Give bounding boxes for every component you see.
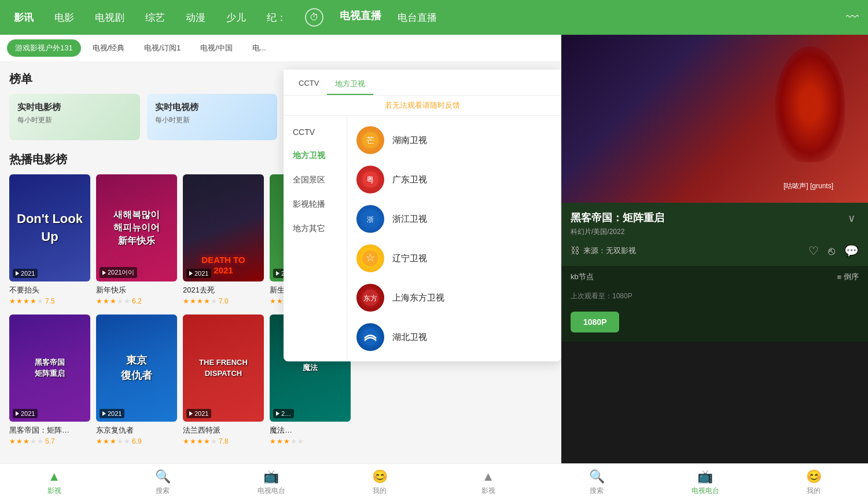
kb-node-label[interactable]: kb节点 [571, 272, 594, 282]
left-content: 游戏影视户外131 电视/经典 电视/订阅1 电视/中国 电... 榜单 分类 … [0, 35, 561, 463]
movie-rating-4: ★★★★★ 5.7 [9, 437, 90, 445]
mine-icon: 😊 [372, 469, 388, 484]
movie-card-1[interactable]: 새해복많이해피뉴이어新年快乐 2021어이 新年快乐 ★★★★★ 6.2 [96, 174, 177, 305]
video-figure [775, 46, 845, 162]
dropdown-channel-list: 芒 湖南卫视 粤 广东卫视 浙 [347, 116, 561, 361]
tv-label: 电视电台 [258, 486, 285, 496]
movie-poster-2: DEATH TO2021 [183, 174, 264, 281]
expand-button[interactable]: ∨ [844, 211, 859, 226]
dropdown-sidebar-rotation[interactable]: 影视轮播 [284, 192, 347, 217]
source-label: 来源：无双影视 [583, 246, 636, 256]
channel-item-liaoning[interactable]: ☆ 辽宁卫视 [347, 239, 561, 278]
nav-item-dianying[interactable]: 电影 [50, 9, 79, 27]
bottom-nav-mine2[interactable]: 😊 我的 [760, 467, 869, 498]
channel-logo-shanghai: 东方 [356, 284, 384, 312]
dropdown-sidebar: CCTV 地方卫视 全国景区 影视轮播 地方其它 [284, 116, 347, 361]
tv2-label: 电视电台 [692, 486, 719, 496]
movie-info-title: 黑客帝国：矩阵重启 [571, 211, 664, 225]
channel-name-guangdong: 广东卫视 [392, 174, 427, 185]
movie-rating-2: ★★★★★ 7.0 [183, 297, 264, 305]
top-navigation: 影讯 电影 电视剧 综艺 动漫 少儿 纪： ⏱ 电视直播 电台直播 〰 [0, 0, 868, 35]
channel-tab-game[interactable]: 游戏影视户外131 [7, 39, 81, 57]
nav-item-dianshiju[interactable]: 电视剧 [90, 9, 129, 27]
dropdown-sidebar-other[interactable]: 地方其它 [284, 217, 347, 241]
channel-item-hunan[interactable]: 芒 湖南卫视 [347, 120, 561, 160]
movie-year-2: 2021 [186, 269, 211, 278]
tv-live-item[interactable]: 电视直播 [340, 9, 381, 27]
bottom-nav-tv2[interactable]: 📺 电视电台 [651, 467, 760, 498]
bangdan-card-1-sub: 每小时更新 [155, 115, 270, 125]
bottom-nav-search[interactable]: 🔍 搜索 [109, 467, 218, 498]
movies-icon: ▲ [48, 469, 61, 484]
movie-card-5[interactable]: 東京復仇者 2021 东京复仇者 ★★★★★ 6.9 [96, 315, 177, 445]
search2-icon: 🔍 [589, 469, 605, 484]
nav-item-yingxun[interactable]: 影讯 [9, 9, 38, 27]
channel-item-zhejiang[interactable]: 浙 浙江卫视 [347, 199, 561, 239]
radio-live-item[interactable]: 电台直播 [393, 9, 442, 27]
right-panel: [咕哝声] [grunts] 黑客帝国：矩阵重启 科幻片/美国/2022 ∨ ⛓… [561, 35, 868, 463]
svg-text:浙: 浙 [367, 215, 374, 224]
video-player[interactable]: [咕哝声] [grunts] [561, 35, 868, 203]
channel-logo-zhejiang: 浙 [356, 205, 384, 233]
movie-title-6: 法兰西特派 [183, 425, 264, 436]
nav-item-zongyi[interactable]: 综艺 [141, 9, 170, 27]
movie-info-actions: ⛓ 来源：无双影视 ♡ ⎋ 💬 [571, 244, 859, 258]
svg-text:☆: ☆ [366, 252, 375, 264]
quality-1080p[interactable]: 1080P [571, 312, 619, 332]
dropdown-sidebar-cctv[interactable]: CCTV [284, 120, 347, 144]
video-subtitle: [咕哝声] [grunts] [784, 181, 833, 191]
movie-poster-0: Don't LookUp [9, 174, 90, 281]
movie-year-0: 2021 [13, 269, 38, 278]
history-icon[interactable]: ⏱ [305, 8, 323, 27]
bangdan-card-1[interactable]: 实时电视榜 每小时更新 [147, 94, 278, 140]
movies2-icon: ▲ [482, 469, 495, 484]
dropdown-tab-local[interactable]: 地方卫视 [327, 74, 373, 95]
channel-item-hubei[interactable]: 湖北卫视 [347, 317, 561, 357]
bottom-nav-tv[interactable]: 📺 电视电台 [217, 467, 326, 498]
movie-year-7: 2… [273, 409, 294, 418]
bottom-nav-movies2[interactable]: ▲ 影视 [434, 467, 543, 498]
mine2-icon: 😊 [806, 469, 822, 484]
movie-card-0[interactable]: Don't LookUp 2021 不要抬头 ★★★★★ 7.5 [9, 174, 90, 305]
channel-item-guangdong[interactable]: 粤 广东卫视 [347, 160, 561, 199]
share-button[interactable]: ⎋ [828, 244, 835, 258]
movie-year-5: 2021 [100, 409, 124, 418]
channel-tab-china[interactable]: 电视/中国 [192, 39, 241, 57]
channel-name-hubei: 湖北卫视 [392, 332, 427, 343]
bottom-nav-search2[interactable]: 🔍 搜索 [543, 467, 652, 498]
nav-item-shaor[interactable]: 少儿 [222, 9, 251, 27]
movie-card-2[interactable]: DEATH TO2021 2021 2021去死 ★★★★★ 7.0 [183, 174, 264, 305]
channel-name-hunan: 湖南卫视 [392, 135, 427, 146]
channel-item-shanghai[interactable]: 东方 上海东方卫视 [347, 278, 561, 317]
nav-item-dongman[interactable]: 动漫 [181, 9, 210, 27]
last-watched-label: 上次观看至：1080P [561, 288, 868, 307]
bangdan-card-0-title: 实时电影榜 [17, 102, 132, 113]
search-label: 搜索 [156, 486, 170, 496]
channel-tab-classic[interactable]: 电视/经典 [84, 39, 133, 57]
movie-poster-1: 새해복많이해피뉴이어新年快乐 [96, 174, 177, 281]
source-link[interactable]: ⛓ 来源：无双影视 [571, 246, 636, 256]
dropdown-sidebar-local[interactable]: 地方卫视 [284, 144, 347, 168]
bangdan-card-0-sub: 每小时更新 [17, 115, 132, 125]
channel-logo-hunan: 芒 [356, 126, 384, 154]
svg-text:东方: 东方 [363, 294, 377, 302]
dropdown-tab-cctv[interactable]: CCTV [290, 74, 327, 95]
movie-poster-6: THE FRENCHDISPATCH [183, 315, 264, 422]
movie-card-4[interactable]: 黑客帝国矩阵重启 2021 黑客帝国：矩阵… ★★★★★ 5.7 [9, 315, 90, 445]
movie-card-6[interactable]: THE FRENCHDISPATCH 2021 法兰西特派 ★★★★★ 7.8 [183, 315, 264, 445]
nav-item-ji[interactable]: 纪： [262, 9, 291, 27]
favorite-button[interactable]: ♡ [808, 244, 819, 258]
trend-icon[interactable]: 〰 [846, 10, 859, 25]
movies2-label: 影视 [481, 486, 495, 496]
movie-poster-4: 黑客帝国矩阵重启 [9, 315, 90, 422]
channel-tab-more[interactable]: 电... [244, 39, 274, 57]
bottom-nav-movies[interactable]: ▲ 影视 [0, 467, 109, 498]
comment-button[interactable]: 💬 [844, 244, 859, 258]
reverse-order-button[interactable]: ≡ 倒序 [837, 272, 859, 282]
bottom-nav-mine[interactable]: 😊 我的 [326, 467, 435, 498]
bangdan-card-0[interactable]: 实时电影榜 每小时更新 [9, 94, 140, 140]
channel-tab-subscribe[interactable]: 电视/订阅1 [136, 39, 189, 57]
dropdown-notice: 若无法观看请随时反馈 [284, 96, 561, 116]
dropdown-sidebar-national[interactable]: 全国景区 [284, 168, 347, 192]
heart-icon: ♡ [808, 244, 819, 258]
